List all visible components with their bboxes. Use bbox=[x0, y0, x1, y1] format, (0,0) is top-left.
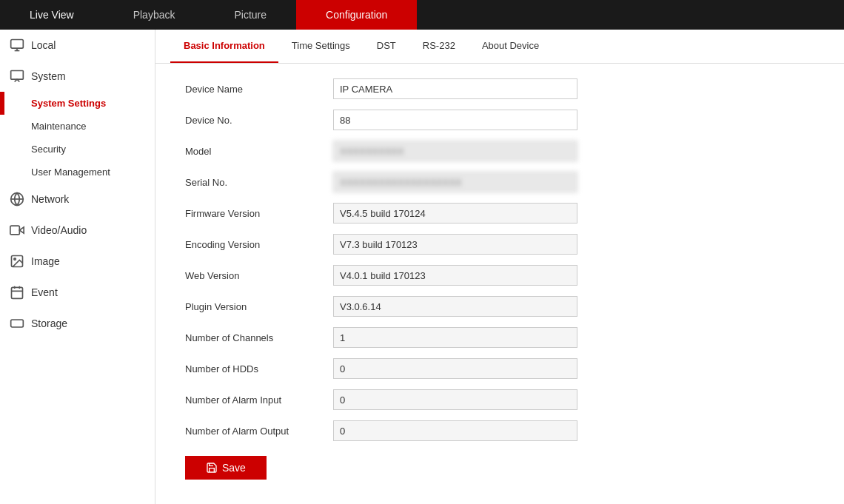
svg-rect-14 bbox=[11, 320, 24, 327]
input-hdds bbox=[333, 358, 577, 379]
form-row-device-no: Device No. bbox=[185, 110, 814, 130]
network-icon bbox=[9, 191, 25, 207]
tab-dst[interactable]: DST bbox=[364, 30, 409, 63]
sidebar-label-system: System bbox=[31, 70, 66, 82]
label-device-name: Device Name bbox=[185, 84, 333, 95]
input-firmware-version bbox=[333, 203, 577, 224]
form-row-device-name: Device Name bbox=[185, 78, 814, 99]
form-row-alarm-output: Number of Alarm Output bbox=[185, 420, 814, 441]
nav-picture[interactable]: Picture bbox=[204, 0, 296, 30]
sidebar-sub-security[interactable]: Security bbox=[0, 138, 155, 161]
tab-basic-information[interactable]: Basic Information bbox=[170, 30, 278, 63]
input-model bbox=[333, 141, 577, 161]
video-icon bbox=[9, 222, 25, 238]
monitor-icon bbox=[9, 37, 25, 53]
label-alarm-output: Number of Alarm Output bbox=[185, 426, 333, 437]
sidebar-sub-maintenance[interactable]: Maintenance bbox=[0, 115, 155, 138]
save-label: Save bbox=[222, 462, 246, 474]
input-device-name[interactable] bbox=[333, 78, 577, 99]
form-row-firmware-version: Firmware Version bbox=[185, 203, 814, 224]
form-row-model: Model bbox=[185, 141, 814, 161]
nav-configuration[interactable]: Configuration bbox=[296, 0, 417, 30]
svg-rect-3 bbox=[11, 71, 24, 80]
sidebar-item-event[interactable]: Event bbox=[0, 277, 155, 308]
label-device-no: Device No. bbox=[185, 115, 333, 126]
sidebar-item-image[interactable]: Image bbox=[0, 246, 155, 277]
tab-rs232[interactable]: RS-232 bbox=[409, 30, 469, 63]
sidebar-label-video-audio: Video/Audio bbox=[31, 224, 87, 236]
svg-rect-0 bbox=[11, 40, 24, 49]
input-alarm-input bbox=[333, 389, 577, 410]
nav-live-view[interactable]: Live View bbox=[0, 0, 104, 30]
svg-rect-7 bbox=[10, 226, 19, 235]
input-device-no[interactable] bbox=[333, 110, 577, 130]
sidebar-sub-user-management[interactable]: User Management bbox=[0, 161, 155, 184]
sidebar-label-image: Image bbox=[31, 255, 60, 267]
sidebar-label-event: Event bbox=[31, 286, 58, 298]
sidebar-item-storage[interactable]: Storage bbox=[0, 308, 155, 339]
sidebar-label-network: Network bbox=[31, 193, 69, 205]
form-row-encoding-version: Encoding Version bbox=[185, 234, 814, 255]
label-channels: Number of Channels bbox=[185, 332, 333, 343]
input-channels bbox=[333, 327, 577, 348]
top-nav: Live View Playback Picture Configuration bbox=[0, 0, 844, 30]
image-icon bbox=[9, 253, 25, 269]
form-row-channels: Number of Channels bbox=[185, 327, 814, 348]
sidebar-label-local: Local bbox=[31, 39, 56, 51]
form-row-plugin-version: Plugin Version bbox=[185, 296, 814, 317]
svg-point-9 bbox=[14, 258, 16, 261]
input-alarm-output bbox=[333, 420, 577, 441]
tab-bar: Basic Information Time Settings DST RS-2… bbox=[155, 30, 844, 64]
label-web-version: Web Version bbox=[185, 270, 333, 281]
event-icon bbox=[9, 284, 25, 300]
tab-time-settings[interactable]: Time Settings bbox=[278, 30, 364, 63]
save-button[interactable]: Save bbox=[185, 456, 267, 480]
form-row-alarm-input: Number of Alarm Input bbox=[185, 389, 814, 410]
save-icon bbox=[206, 462, 218, 474]
svg-marker-6 bbox=[19, 227, 24, 233]
nav-playback[interactable]: Playback bbox=[104, 0, 205, 30]
label-hdds: Number of HDDs bbox=[185, 363, 333, 374]
label-plugin-version: Plugin Version bbox=[185, 301, 333, 312]
input-web-version bbox=[333, 265, 577, 286]
sidebar-item-system[interactable]: System bbox=[0, 61, 155, 92]
form-row-web-version: Web Version bbox=[185, 265, 814, 286]
sidebar-item-network[interactable]: Network bbox=[0, 184, 155, 215]
main-content: Basic Information Time Settings DST RS-2… bbox=[155, 30, 844, 504]
sidebar-item-local[interactable]: Local bbox=[0, 30, 155, 61]
input-plugin-version bbox=[333, 296, 577, 317]
system-icon bbox=[9, 68, 25, 84]
tab-about-device[interactable]: About Device bbox=[469, 30, 552, 63]
input-encoding-version bbox=[333, 234, 577, 255]
label-alarm-input: Number of Alarm Input bbox=[185, 394, 333, 406]
sidebar-label-storage: Storage bbox=[31, 317, 67, 329]
form-row-serial-no: Serial No. bbox=[185, 172, 814, 192]
sidebar-item-video-audio[interactable]: Video/Audio bbox=[0, 215, 155, 246]
label-model: Model bbox=[185, 146, 333, 157]
label-firmware-version: Firmware Version bbox=[185, 208, 333, 219]
storage-icon bbox=[9, 315, 25, 332]
input-serial-no bbox=[333, 172, 577, 192]
svg-rect-10 bbox=[12, 287, 23, 298]
sidebar-sub-system-settings[interactable]: System Settings bbox=[0, 92, 155, 115]
sidebar: Local System System Settings Maintenance… bbox=[0, 30, 155, 504]
form-row-hdds: Number of HDDs bbox=[185, 358, 814, 379]
form-area: Device Name Device No. Model Serial No. … bbox=[155, 64, 844, 494]
label-encoding-version: Encoding Version bbox=[185, 239, 333, 250]
label-serial-no: Serial No. bbox=[185, 177, 333, 188]
